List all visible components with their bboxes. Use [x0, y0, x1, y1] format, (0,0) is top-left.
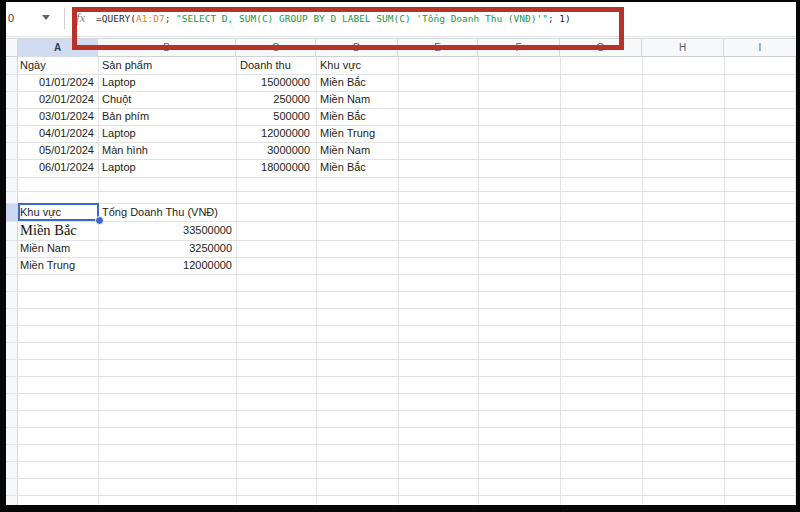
gridline — [6, 325, 796, 326]
summary-cell[interactable]: Miền Bắc — [20, 221, 94, 240]
spreadsheet: 0 fx =QUERY(A1:D7; "SELECT D, SUM(C) GRO… — [6, 2, 796, 505]
gridline — [6, 410, 796, 411]
highlight-annotation-box — [72, 7, 624, 50]
column-header-H[interactable]: H — [642, 39, 724, 57]
gridline — [6, 177, 796, 178]
gridline — [6, 376, 796, 377]
data-cell[interactable]: Miền Nam — [320, 142, 410, 159]
data-cell[interactable]: Bản phím — [102, 108, 232, 125]
data-cell[interactable]: 3000000 — [238, 142, 310, 159]
data-cell[interactable]: 03/01/2024 — [20, 108, 94, 125]
name-box-dropdown-icon[interactable] — [42, 15, 50, 20]
data-cell[interactable]: 18000000 — [238, 159, 310, 176]
column-header-I[interactable]: I — [724, 39, 796, 57]
screenshot-frame: 0 fx =QUERY(A1:D7; "SELECT D, SUM(C) GRO… — [0, 0, 800, 512]
data-cell[interactable]: Miền Bắc — [320, 159, 410, 176]
data-cell[interactable]: 04/01/2024 — [20, 125, 94, 142]
data-cell[interactable]: 01/01/2024 — [20, 74, 94, 91]
data-cell[interactable]: 02/01/2024 — [20, 91, 94, 108]
data-cell[interactable]: 15000000 — [238, 74, 310, 91]
cell-B10-summary-total-header[interactable]: Tổng Doanh Thu (VNĐ) — [102, 203, 262, 221]
data-cell[interactable]: Laptop — [102, 74, 232, 91]
cell-D1-region-header[interactable]: Khu vực — [320, 57, 410, 74]
select-all-corner[interactable] — [6, 39, 18, 57]
gridline — [6, 495, 796, 496]
gridline — [6, 478, 796, 479]
gridline — [6, 461, 796, 462]
gridline — [6, 308, 796, 309]
gridline — [6, 393, 796, 394]
cell-B1-product-header[interactable]: Sản phẩm — [102, 57, 232, 74]
data-cell[interactable]: Miền Bắc — [320, 108, 410, 125]
gridline — [6, 342, 796, 343]
data-cell[interactable]: Chuột — [102, 91, 232, 108]
data-cell[interactable]: 05/01/2024 — [20, 142, 94, 159]
data-cell[interactable]: 06/01/2024 — [20, 159, 94, 176]
summary-cell[interactable]: 33500000 — [102, 221, 232, 240]
gridline — [6, 191, 796, 192]
gridline — [6, 274, 796, 275]
data-cell[interactable]: Miền Nam — [320, 91, 410, 108]
active-cell-border[interactable] — [18, 203, 99, 221]
row-header-highlight — [6, 203, 18, 221]
summary-cell[interactable]: 3250000 — [102, 240, 232, 257]
data-cell[interactable]: 500000 — [238, 108, 310, 125]
cell-A1-date-header[interactable]: Ngày — [20, 57, 94, 74]
data-cell[interactable]: Laptop — [102, 159, 232, 176]
gridline — [6, 359, 796, 360]
data-cell[interactable]: Miền Trung — [320, 125, 410, 142]
gridline — [6, 427, 796, 428]
fill-handle[interactable] — [95, 216, 104, 225]
data-cell[interactable]: Laptop — [102, 125, 232, 142]
gridline — [6, 444, 796, 445]
data-cell[interactable]: 250000 — [238, 91, 310, 108]
data-cell[interactable]: Màn hình — [102, 142, 232, 159]
name-box[interactable]: 0 — [8, 2, 14, 34]
summary-cell[interactable]: Miền Nam — [20, 240, 94, 257]
formula-bar-divider — [64, 8, 65, 29]
summary-cell[interactable]: 12000000 — [102, 257, 232, 274]
summary-cell[interactable]: Miền Trung — [20, 257, 94, 274]
data-cell[interactable]: 12000000 — [238, 125, 310, 142]
gridline — [6, 291, 796, 292]
cell-C1-revenue-header[interactable]: Doanh thu — [240, 57, 312, 74]
data-cell[interactable]: Miền Bắc — [320, 74, 410, 91]
